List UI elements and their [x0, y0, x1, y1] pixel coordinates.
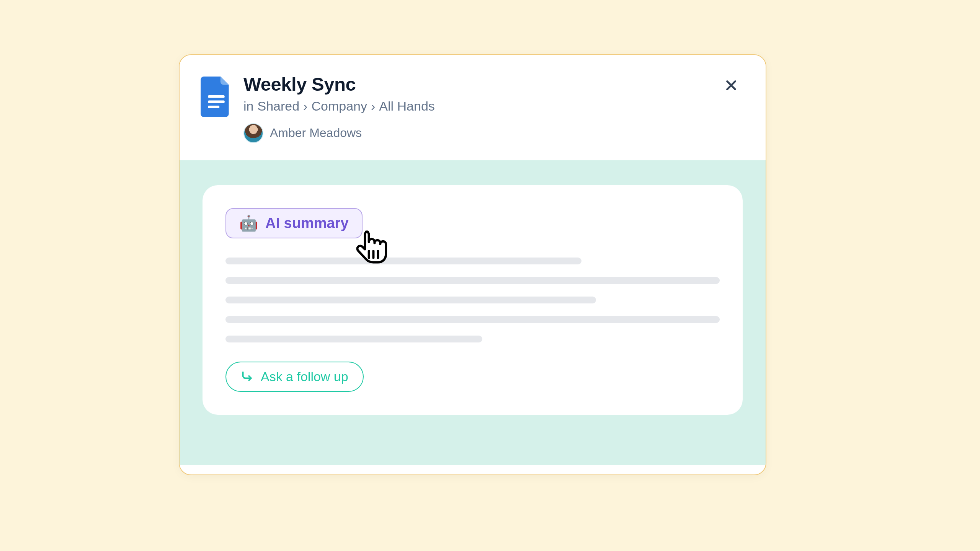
breadcrumb-separator: › — [371, 99, 375, 114]
svg-rect-0 — [208, 95, 224, 98]
ask-follow-up-button[interactable]: Ask a follow up — [225, 362, 364, 392]
ai-summary-label: AI summary — [265, 215, 349, 231]
breadcrumb: in Shared › Company › All Hands — [243, 99, 739, 114]
title-block: Weekly Sync in Shared › Company › All Ha… — [243, 74, 739, 143]
breadcrumb-item[interactable]: All Hands — [379, 99, 435, 114]
svg-rect-1 — [208, 101, 224, 103]
reply-arrow-icon — [241, 370, 254, 383]
placeholder-line — [225, 336, 482, 342]
svg-rect-2 — [208, 106, 219, 108]
follow-up-label: Ask a follow up — [261, 369, 348, 384]
document-title: Weekly Sync — [243, 74, 739, 95]
avatar[interactable] — [243, 123, 263, 143]
document-preview-panel: Weekly Sync in Shared › Company › All Ha… — [179, 54, 766, 475]
breadcrumb-separator: › — [303, 99, 307, 114]
breadcrumb-item[interactable]: Company — [311, 99, 367, 114]
breadcrumb-item[interactable]: Shared — [257, 99, 299, 114]
panel-header: Weekly Sync in Shared › Company › All Ha… — [180, 55, 766, 160]
placeholder-line — [225, 297, 596, 303]
placeholder-line — [225, 277, 720, 284]
google-doc-icon — [201, 77, 232, 119]
author-row: Amber Meadows — [243, 123, 739, 143]
summary-placeholder — [225, 258, 720, 342]
author-name: Amber Meadows — [270, 126, 362, 140]
close-button[interactable] — [720, 75, 742, 96]
summary-card: 🤖 AI summary Ask a follow up — [203, 185, 743, 415]
panel-body: 🤖 AI summary Ask a follow up — [180, 160, 766, 465]
ai-summary-button[interactable]: 🤖 AI summary — [225, 208, 363, 238]
placeholder-line — [225, 316, 720, 323]
placeholder-line — [225, 258, 581, 264]
robot-icon: 🤖 — [239, 215, 258, 231]
close-icon — [724, 78, 738, 93]
breadcrumb-prefix: in — [243, 99, 253, 114]
